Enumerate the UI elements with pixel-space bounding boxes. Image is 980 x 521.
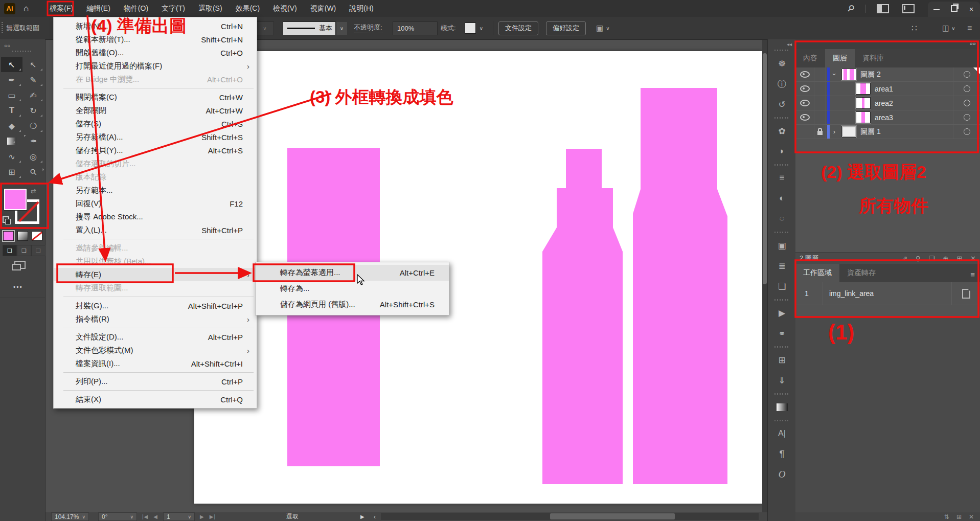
zoom-level-dropdown[interactable]: 104.17%∨ bbox=[51, 512, 89, 521]
close-button[interactable]: × bbox=[963, 5, 980, 13]
tool-button[interactable]: ❍ bbox=[22, 118, 44, 133]
menu-item[interactable]: 轉存選取範圍... bbox=[54, 281, 257, 295]
artboard-number-dropdown[interactable]: 1∨ bbox=[163, 512, 195, 521]
control-panel-menu-icon[interactable]: ≡ bbox=[967, 17, 972, 39]
dock-panel-icon[interactable]: O bbox=[768, 464, 796, 485]
vertical-scrollbar-thumb[interactable] bbox=[763, 53, 767, 284]
layers-footer-icon[interactable]: ⇗ bbox=[902, 255, 907, 262]
artboards-footer-icon[interactable]: ✕ bbox=[969, 513, 974, 520]
dock-panel-icon[interactable] bbox=[768, 417, 796, 423]
menu-item[interactable]: 檔案資訊(I)... Alt+Shift+Ctrl+I bbox=[54, 357, 257, 370]
none-button[interactable] bbox=[32, 231, 42, 241]
dock-panel-icon[interactable]: ≡ bbox=[768, 168, 796, 188]
dock-panel-icon[interactable]: ✿ bbox=[768, 121, 796, 141]
vertical-scrollbar[interactable] bbox=[762, 39, 767, 512]
dock-panel-icon[interactable]: ⚭ bbox=[768, 323, 796, 344]
horizontal-scrollbar-thumb[interactable] bbox=[550, 513, 675, 519]
chevron-down-icon[interactable]: ∨ bbox=[336, 22, 347, 35]
layer-name[interactable]: area3 bbox=[875, 114, 953, 122]
target-circle-icon[interactable] bbox=[964, 128, 970, 135]
swap-fill-stroke-icon[interactable]: ⇄ bbox=[31, 187, 36, 195]
menu-item[interactable]: 回復(V) F12 bbox=[54, 197, 257, 210]
menu-item[interactable]: 置入(L)... Shift+Ctrl+P bbox=[54, 223, 257, 237]
menu-item[interactable]: 邀請參與編輯... bbox=[54, 241, 257, 255]
layer-name[interactable]: 圖層 2 bbox=[860, 70, 953, 79]
layer-row[interactable]: area3 bbox=[795, 110, 980, 125]
target-circle-icon[interactable] bbox=[964, 71, 970, 78]
collapse-dock-icon[interactable]: ◂◂ bbox=[787, 41, 792, 47]
next-artboard-icon[interactable]: ▶ bbox=[200, 514, 204, 519]
dock-panel-icon[interactable]: ▶ bbox=[768, 303, 796, 323]
dock-panel-icon[interactable] bbox=[768, 297, 796, 303]
scrollbar-collapse-icon[interactable]: ‹ bbox=[374, 512, 376, 521]
tool-button[interactable]: ∿ bbox=[1, 149, 22, 164]
screen-mode-icon[interactable] bbox=[14, 261, 26, 269]
menubar-item[interactable]: 視窗(W) bbox=[304, 0, 343, 17]
home-icon[interactable]: ⌂ bbox=[24, 4, 29, 14]
layer-thumbnail[interactable] bbox=[841, 69, 856, 80]
menu-item[interactable]: 儲存拷貝(Y)... Alt+Ctrl+S bbox=[54, 144, 257, 157]
dock-panel-icon[interactable]: ↺ bbox=[768, 94, 796, 115]
menu-item[interactable]: 指令檔(R) › bbox=[54, 312, 257, 326]
menubar-item[interactable]: 選取(S) bbox=[192, 0, 229, 17]
menu-item[interactable] bbox=[54, 295, 257, 299]
layer-row[interactable]: 圖層 2 bbox=[795, 67, 980, 82]
app-logo[interactable]: Ai bbox=[4, 3, 15, 14]
dock-panel-icon[interactable]: ❏ bbox=[768, 276, 796, 297]
menu-item[interactable]: 文件色彩模式(M) › bbox=[54, 344, 257, 357]
last-artboard-icon[interactable]: ▶| bbox=[210, 514, 216, 519]
tool-button[interactable]: ✒ bbox=[22, 133, 44, 149]
fill-color-swatch[interactable] bbox=[4, 189, 27, 210]
menu-item[interactable] bbox=[54, 326, 257, 330]
menu-item[interactable]: 結束(X) Ctrl+Q bbox=[54, 393, 257, 406]
menu-item[interactable]: 全部關閉 Alt+Ctrl+W bbox=[54, 104, 257, 117]
document-setup-button[interactable]: 文件設定 bbox=[498, 21, 538, 35]
workspace-switcher-icon[interactable] bbox=[902, 4, 915, 13]
visibility-eye-icon[interactable] bbox=[800, 100, 810, 106]
draw-behind-icon[interactable]: ❏ bbox=[17, 245, 31, 256]
dock-panel-icon[interactable] bbox=[768, 162, 796, 168]
opacity-field[interactable]: 100%› bbox=[393, 17, 443, 39]
visibility-eye-icon[interactable] bbox=[800, 71, 810, 78]
dock-panel-icon[interactable]: A| bbox=[768, 423, 796, 444]
layer-name[interactable]: area1 bbox=[875, 85, 953, 93]
panel-tab[interactable]: 內容 bbox=[795, 49, 825, 67]
layers-footer-icon[interactable]: ❏ bbox=[929, 255, 935, 262]
artboard-name[interactable]: img_link_area bbox=[823, 289, 951, 298]
menu-item[interactable]: 儲存選取的切片... bbox=[54, 157, 257, 170]
menu-item[interactable]: 共用以供審核 (Beta)... bbox=[54, 255, 257, 268]
panel-tab[interactable]: 工作區域 bbox=[795, 264, 839, 282]
layer-name[interactable]: 圖層 1 bbox=[860, 127, 953, 137]
menu-item[interactable] bbox=[54, 388, 257, 393]
tool-button[interactable]: ◆ bbox=[1, 118, 22, 133]
opacity-label[interactable]: 不透明度: bbox=[354, 23, 382, 33]
submenu-item[interactable]: 轉存為螢幕適用... Alt+Ctrl+E bbox=[256, 265, 449, 281]
dock-panel-icon[interactable]: ◌ bbox=[768, 209, 796, 229]
collapse-panel-icon[interactable]: «« bbox=[4, 42, 10, 49]
expand-chevron-icon[interactable] bbox=[830, 128, 839, 135]
target-circle-icon[interactable] bbox=[964, 85, 970, 92]
minimize-button[interactable] bbox=[928, 5, 945, 13]
menu-item[interactable]: 另存範本... bbox=[54, 184, 257, 197]
stroke-style-dropdown[interactable]: 基本∨ bbox=[283, 17, 347, 39]
menu-item[interactable] bbox=[54, 370, 257, 375]
panel-menu-icon[interactable]: ≡ bbox=[970, 270, 975, 279]
panel-tab[interactable]: 資料庫 bbox=[855, 49, 892, 67]
tool-button[interactable]: ⊞ bbox=[1, 164, 22, 179]
color-button[interactable] bbox=[3, 231, 14, 241]
snap-options-dropdown[interactable]: ◫∨ bbox=[942, 17, 955, 39]
prev-artboard-icon[interactable]: ◀ bbox=[153, 514, 158, 519]
menu-item[interactable] bbox=[54, 237, 257, 241]
dock-panel-icon[interactable]: ⊞ bbox=[768, 350, 796, 370]
tool-button[interactable]: ✒ bbox=[1, 72, 22, 87]
dock-panel-icon[interactable]: ⇓ bbox=[768, 370, 796, 391]
layer-name[interactable]: area2 bbox=[875, 99, 953, 107]
panel-grip[interactable] bbox=[2, 22, 3, 34]
dock-panel-icon[interactable]: ≣ bbox=[768, 256, 796, 276]
submenu-item[interactable]: 轉存為... bbox=[256, 281, 449, 297]
first-artboard-icon[interactable]: |◀ bbox=[142, 514, 148, 519]
artboard-row[interactable]: 1 img_link_area bbox=[795, 282, 980, 305]
menubar-item[interactable]: 說明(H) bbox=[343, 0, 380, 17]
touch-workspace-icon[interactable]: ∷ bbox=[911, 17, 917, 39]
panel-tab[interactable]: 資產轉存 bbox=[839, 264, 883, 282]
